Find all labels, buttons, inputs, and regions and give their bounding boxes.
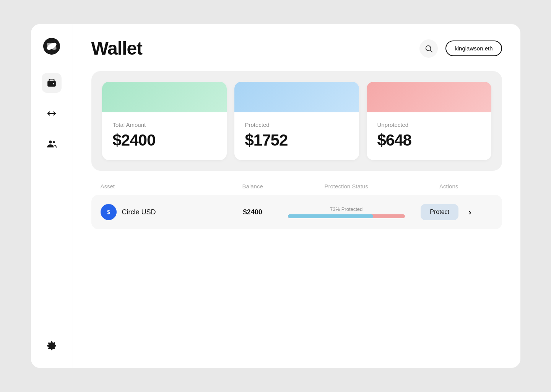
- row-chevron-button[interactable]: ›: [463, 205, 477, 219]
- main-content: Wallet kinglawson.eth Total Amount $2400: [73, 24, 520, 368]
- asset-icon: $: [101, 204, 117, 220]
- col-actions: Actions: [405, 183, 493, 190]
- app-logo: [42, 36, 62, 56]
- svg-line-8: [430, 50, 432, 52]
- transfer-icon: [47, 109, 57, 118]
- page-title: Wallet: [91, 38, 143, 59]
- col-balance: Balance: [218, 183, 288, 190]
- wallet-icon: [47, 78, 57, 88]
- card-decoration-red: [367, 82, 491, 112]
- svg-rect-3: [47, 81, 56, 87]
- total-amount-card: Total Amount $2400: [102, 82, 227, 160]
- total-amount-value: $2400: [113, 131, 216, 149]
- app-container: Wallet kinglawson.eth Total Amount $2400: [31, 24, 520, 368]
- sidebar: [31, 24, 73, 368]
- settings-icon: [47, 341, 57, 351]
- search-icon: [424, 44, 433, 53]
- card-body: Total Amount $2400: [102, 112, 227, 160]
- protection-cell: 73% Protected: [288, 206, 405, 218]
- balance-cell: $2400: [218, 208, 288, 216]
- protect-button[interactable]: Protect: [421, 204, 458, 220]
- unprotected-label: Unprotected: [377, 121, 481, 128]
- total-amount-label: Total Amount: [113, 121, 216, 128]
- sidebar-item-wallet[interactable]: [42, 73, 62, 93]
- sidebar-item-transfer[interactable]: [42, 104, 62, 123]
- protected-value: $1752: [245, 131, 348, 149]
- search-button[interactable]: [419, 39, 438, 58]
- card-decoration-blue: [234, 82, 359, 112]
- unprotected-value: $648: [377, 131, 481, 149]
- card-body: Protected $1752: [234, 112, 359, 160]
- actions-cell: Protect ›: [405, 204, 493, 220]
- users-icon: [47, 139, 57, 149]
- card-body: Unprotected $648: [367, 112, 491, 160]
- protection-label: 73% Protected: [330, 206, 362, 212]
- user-badge[interactable]: kinglawson.eth: [445, 40, 502, 56]
- svg-point-6: [53, 141, 55, 143]
- asset-cell: $ Circle USD: [101, 204, 218, 220]
- svg-point-5: [49, 141, 52, 144]
- table-row: $ Circle USD $2400 73% Protected Prot: [91, 195, 502, 229]
- page-header: Wallet kinglawson.eth: [91, 38, 502, 59]
- protection-bar: [288, 214, 405, 218]
- header-actions: kinglawson.eth: [419, 39, 502, 58]
- asset-name: Circle USD: [122, 208, 156, 216]
- col-asset: Asset: [101, 183, 218, 190]
- card-decoration-green: [102, 82, 227, 112]
- sidebar-item-settings[interactable]: [42, 336, 62, 356]
- protected-card: Protected $1752: [234, 82, 359, 160]
- assets-table: Asset Balance Protection Status Actions …: [91, 183, 502, 229]
- protection-bar-fill: [288, 214, 374, 218]
- svg-text:$: $: [107, 209, 110, 215]
- col-protection-status: Protection Status: [288, 183, 405, 190]
- circle-usd-icon: $: [104, 207, 114, 217]
- table-header: Asset Balance Protection Status Actions: [91, 183, 502, 195]
- summary-cards: Total Amount $2400 Protected $1752 Unpro…: [91, 71, 502, 171]
- svg-point-4: [53, 83, 54, 84]
- protected-label: Protected: [245, 121, 348, 128]
- sidebar-item-users[interactable]: [42, 134, 62, 154]
- unprotected-card: Unprotected $648: [367, 82, 491, 160]
